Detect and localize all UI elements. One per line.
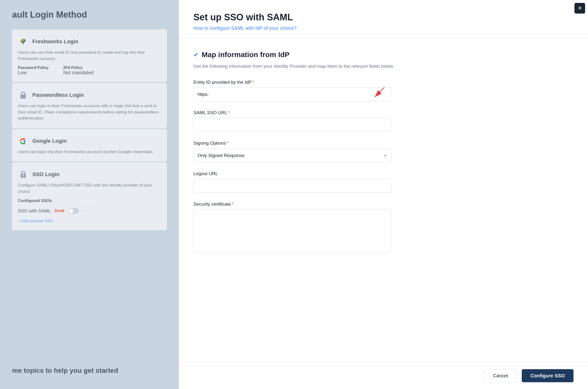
freshworks-login-title: Freshworks Login xyxy=(32,38,78,45)
google-login-title: Google Login xyxy=(32,138,67,144)
modal-footer: Cancel Configure SSO xyxy=(179,362,588,389)
section-description: Get the following information from your … xyxy=(193,63,573,70)
entity-id-wrapper xyxy=(193,87,392,101)
configure-sso-button[interactable]: Configure SSO xyxy=(522,369,573,382)
sso-login-title: SSO Login xyxy=(32,171,59,178)
entity-id-input[interactable] xyxy=(193,87,392,101)
background-page: ault Login Method Freshworks Login Users… xyxy=(0,0,179,389)
sso-toggle[interactable] xyxy=(68,208,79,214)
help-topics-title: me topics to help you get started xyxy=(12,367,118,374)
twofa-policy-value: Not mandated xyxy=(63,70,93,75)
map-info-icon: ✔ xyxy=(193,51,199,59)
signing-options-label: Signing Options * xyxy=(193,141,573,146)
signing-options-required: * xyxy=(227,141,229,146)
twofa-policy-label: 2FA Policy xyxy=(63,65,93,70)
sso-menu-button[interactable]: ··· xyxy=(83,207,91,215)
google-login-card: Google Login Users can login into their … xyxy=(12,129,167,162)
logout-url-field-group: Logout URL xyxy=(193,171,573,193)
cancel-button[interactable]: Cancel xyxy=(484,369,517,382)
passwordless-login-desc: Users can login to their Freshworks acco… xyxy=(18,103,161,122)
google-login-desc: Users can login into their Freshworks ac… xyxy=(18,149,161,155)
security-certificate-required: * xyxy=(232,201,234,207)
saml-sso-url-field-group: SAML SSO URL * xyxy=(193,110,573,132)
modal-title: Set up SSO with SAML xyxy=(193,12,573,23)
passwordless-icon xyxy=(18,90,29,100)
modal-body: ✔ Map information from IdP Get the follo… xyxy=(179,38,588,362)
freshworks-login-desc: Users can use their email ID and passwor… xyxy=(18,49,161,62)
saml-sso-url-label: SAML SSO URL * xyxy=(193,110,573,115)
sso-icon xyxy=(18,169,29,180)
google-icon xyxy=(18,136,29,146)
signing-options-wrapper: Only Signed Response Only Signed Asserti… xyxy=(193,148,392,162)
security-certificate-field-group: Security certificate * xyxy=(193,201,573,254)
entity-id-field-group: Entity ID provided by the IdP * xyxy=(193,80,573,101)
passwordless-login-card: Passwordless Login Users can login to th… xyxy=(12,83,167,128)
entity-id-required: * xyxy=(253,80,254,85)
security-certificate-label: Security certificate * xyxy=(193,201,573,207)
saml-sso-url-input[interactable] xyxy=(193,118,392,132)
passwordless-login-title: Passwordless Login xyxy=(32,92,84,98)
entity-id-label: Entity ID provided by the IdP * xyxy=(193,80,573,85)
password-policy-label: Password Policy xyxy=(18,65,49,70)
sso-login-card: SSO Login Configure SAML/ OAuth/OIDC/JWT… xyxy=(12,162,167,230)
configured-ssos-label: Configured SSOs xyxy=(18,198,161,203)
page-title: ault Login Method xyxy=(12,10,167,20)
close-button[interactable]: ✕ xyxy=(574,3,585,14)
security-certificate-input[interactable] xyxy=(193,209,392,253)
sso-status-badge: Draft xyxy=(55,209,64,213)
add-another-sso-link[interactable]: + Add another SSO xyxy=(18,219,161,224)
freshworks-login-card: Freshworks Login Users can use their ema… xyxy=(12,30,167,82)
logout-url-label: Logout URL xyxy=(193,171,573,176)
saml-sso-url-required: * xyxy=(228,110,230,115)
modal-header: Set up SSO with SAML How to configure SA… xyxy=(179,0,588,38)
sso-login-desc: Configure SAML/ OAuth/OIDC/JWT SSO with … xyxy=(18,182,161,194)
section-title: Map information from IdP xyxy=(202,51,289,59)
signing-options-select[interactable]: Only Signed Response Only Signed Asserti… xyxy=(193,148,392,162)
logout-url-input[interactable] xyxy=(193,179,392,193)
freshworks-icon xyxy=(18,36,29,47)
signing-options-field-group: Signing Options * Only Signed Response O… xyxy=(193,141,573,162)
sso-with-saml-name: SSO with SAML xyxy=(18,208,51,214)
modal-panel: Set up SSO with SAML How to configure SA… xyxy=(179,0,588,389)
password-policy-value: Low xyxy=(18,70,49,75)
help-link[interactable]: How to configure SAML with IdP of your c… xyxy=(193,25,297,31)
